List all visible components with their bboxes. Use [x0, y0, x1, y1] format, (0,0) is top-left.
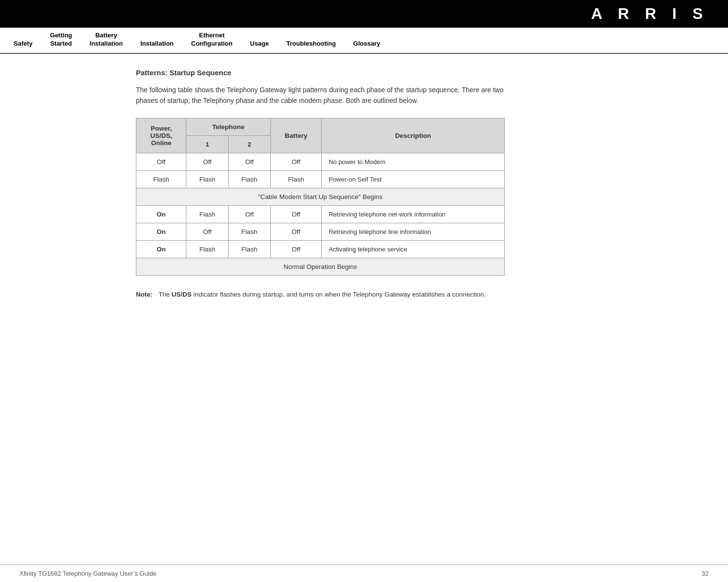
table-row: On Flash Off Off Retrieving telephone ne…	[136, 205, 505, 223]
arris-logo: A R R I S	[591, 5, 709, 22]
note-text: The US/DS indicator flashes during start…	[159, 289, 486, 300]
cell-battery: Off	[270, 240, 322, 258]
navigation: Safety GettingStarted BatteryInstallatio…	[0, 28, 728, 54]
cell-tel2: Off	[229, 153, 271, 170]
span-label: "Cable Modem Start Up Sequence" Begins	[136, 188, 505, 205]
col-tel2: 2	[229, 135, 271, 153]
table-row-span: "Cable Modem Start Up Sequence" Begins	[136, 188, 505, 205]
startup-table: Power,US/DS,Online Telephone Battery Des…	[136, 118, 505, 276]
nav-glossary[interactable]: Glossary	[345, 36, 389, 53]
cell-power: Off	[136, 153, 186, 170]
nav-usage[interactable]: Usage	[241, 36, 278, 53]
table-row: Flash Flash Flash Flash Power-on Self Te…	[136, 170, 505, 188]
col-battery: Battery	[270, 118, 322, 153]
col-description: Description	[322, 118, 505, 153]
footer-page: 32	[702, 570, 709, 577]
section-title: Patterns: Startup Sequence	[136, 68, 709, 77]
table-row: On Flash Flash Off Activating telephone …	[136, 240, 505, 258]
nav-getting-started[interactable]: GettingStarted	[41, 28, 81, 53]
col-power: Power,US/DS,Online	[136, 118, 186, 153]
cell-power: On	[136, 205, 186, 223]
note-bold: US/DS	[172, 291, 192, 298]
nav-safety[interactable]: Safety	[5, 36, 41, 53]
cell-tel2: Flash	[229, 170, 271, 188]
cell-tel2: Flash	[229, 223, 271, 240]
nav-ethernet-configuration[interactable]: EthernetConfiguration	[182, 28, 241, 53]
cell-power: On	[136, 240, 186, 258]
table-row: On Off Flash Off Retrieving telephone li…	[136, 223, 505, 240]
cell-tel2: Flash	[229, 240, 271, 258]
cell-desc: Retrieving telephone net-work informatio…	[322, 205, 505, 223]
col-tel1: 1	[186, 135, 229, 153]
cell-battery: Off	[270, 223, 322, 240]
cell-battery: Off	[270, 205, 322, 223]
span-label: Normal Operation Begins	[136, 258, 505, 275]
note-label: Note:	[136, 289, 153, 300]
table-row: Off Off Off Off No power to Modem	[136, 153, 505, 170]
cell-power: On	[136, 223, 186, 240]
cell-tel1: Flash	[186, 240, 229, 258]
cell-desc: No power to Modem	[322, 153, 505, 170]
cell-tel1: Off	[186, 153, 229, 170]
note-section: Note: The US/DS indicator flashes during…	[136, 289, 505, 300]
logo-bar: A R R I S	[0, 0, 728, 28]
col-telephone: Telephone	[186, 118, 270, 135]
cell-desc: Activating telephone service	[322, 240, 505, 258]
cell-tel1: Flash	[186, 170, 229, 188]
footer: Xfinity TG1682 Telephony Gateway User’s …	[0, 565, 728, 582]
cell-desc: Retrieving telephone line information	[322, 223, 505, 240]
cell-desc: Power-on Self Test	[322, 170, 505, 188]
nav-battery-installation[interactable]: BatteryInstallation	[81, 28, 132, 53]
cell-tel1: Off	[186, 223, 229, 240]
cell-battery: Off	[270, 153, 322, 170]
table-row-span: Normal Operation Begins	[136, 258, 505, 275]
main-content: Patterns: Startup Sequence The following…	[0, 54, 728, 314]
intro-text: The following table shows the Telephony …	[136, 84, 505, 106]
footer-title: Xfinity TG1682 Telephony Gateway User’s …	[19, 570, 156, 577]
nav-troubleshooting[interactable]: Troubleshooting	[278, 36, 345, 53]
cell-battery: Flash	[270, 170, 322, 188]
cell-tel1: Flash	[186, 205, 229, 223]
nav-installation[interactable]: Installation	[132, 36, 182, 53]
cell-power: Flash	[136, 170, 186, 188]
cell-tel2: Off	[229, 205, 271, 223]
